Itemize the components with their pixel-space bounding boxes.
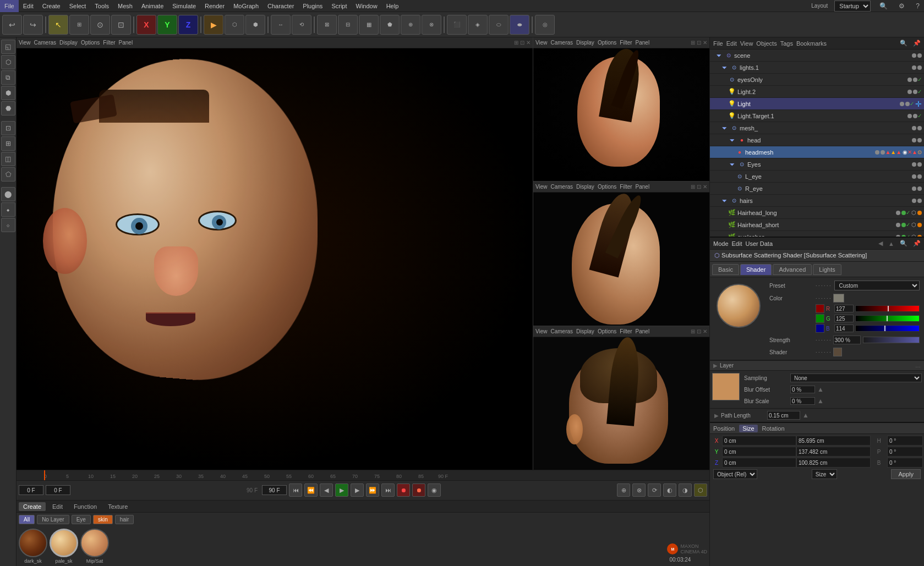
br-vp-filter[interactable]: Filter <box>620 328 632 334</box>
hairs-dot1[interactable] <box>912 199 916 203</box>
tab-basic[interactable]: Basic <box>712 264 739 275</box>
left-btn-1[interactable]: ◱ <box>1 40 15 54</box>
filter-skin[interactable]: skin <box>93 515 113 524</box>
attr-user-data[interactable]: User Data <box>746 240 773 247</box>
view-btn1[interactable]: ⬛ <box>447 15 467 35</box>
strength-input[interactable] <box>833 336 861 344</box>
material-preview-dark[interactable] <box>19 529 47 557</box>
menu-help[interactable]: Help <box>382 0 403 12</box>
tr-vp-view[interactable]: View <box>535 40 548 46</box>
render-button[interactable]: ▶ <box>204 15 223 35</box>
mid-right-viewport[interactable] <box>533 193 709 325</box>
material-item-dark[interactable]: dark_sk <box>19 529 47 564</box>
leye-dot2[interactable] <box>917 174 922 179</box>
material-preview-pale[interactable] <box>50 529 78 557</box>
tab-lights[interactable]: Lights <box>813 264 841 275</box>
obj-reye[interactable]: ⊙ R_eye <box>710 183 924 195</box>
obj-menu-bookmarks[interactable]: Bookmarks <box>796 40 827 47</box>
menu-mesh[interactable]: Mesh <box>113 0 137 12</box>
menu-select[interactable]: Select <box>65 0 91 12</box>
vp-filter[interactable]: Filter <box>103 40 115 46</box>
play-button[interactable]: ▶ <box>335 483 348 497</box>
psr-y-size-input[interactable] <box>796 447 871 457</box>
mr-vp-options[interactable]: Options <box>598 184 616 190</box>
start-frame-input[interactable] <box>19 485 43 495</box>
obj-mesh[interactable]: ⏷ ⊙ mesh_ <box>710 122 924 134</box>
br-vp-cameras[interactable]: Cameras <box>551 328 573 334</box>
light2-dot1[interactable] <box>907 90 912 94</box>
render-region-button[interactable]: ⬡ <box>225 15 244 35</box>
strength-bar[interactable] <box>863 337 920 343</box>
left-btn-5[interactable]: ⬣ <box>1 101 15 116</box>
br-vp-panel[interactable]: Panel <box>636 328 650 334</box>
menu-edit[interactable]: Edit <box>19 0 38 12</box>
size-mode-select[interactable]: Size <box>812 469 837 479</box>
left-btn-3[interactable]: ⧉ <box>1 70 15 85</box>
scale-button[interactable]: ⊡ <box>111 15 131 35</box>
main-viewport[interactable] <box>17 48 533 470</box>
br-vp-options[interactable]: Options <box>598 328 616 334</box>
obj-pin[interactable]: 📌 <box>913 40 921 47</box>
vp-view[interactable]: View <box>19 40 31 46</box>
obj6-button[interactable]: ⊗ <box>422 15 441 35</box>
next-frame-button[interactable]: ⏩ <box>366 483 379 497</box>
record-button[interactable]: ⏺ <box>397 483 410 497</box>
misc-btn1[interactable]: ◎ <box>535 15 555 35</box>
help-icon-top[interactable]: ? <box>911 0 924 12</box>
headmesh-dot1[interactable] <box>875 150 879 155</box>
left-btn-6[interactable]: ⊡ <box>1 121 15 135</box>
psr-x-input[interactable] <box>722 436 796 446</box>
light-dot1[interactable] <box>900 102 904 106</box>
obj-light-target1[interactable]: 💡 Light.Target.1 ✓ <box>710 110 924 122</box>
vp-panel[interactable]: Panel <box>119 40 133 46</box>
obj3-button[interactable]: ▦ <box>359 15 379 35</box>
psr-z-size-input[interactable] <box>796 458 871 468</box>
psr-z-b-input[interactable] <box>887 458 923 468</box>
current-frame-input[interactable] <box>46 485 70 495</box>
filter-no-layer[interactable]: No Layer <box>37 515 69 524</box>
timeline-ruler[interactable]: 0 5 10 15 20 25 30 35 40 45 50 <box>17 470 709 480</box>
eyes-dot1[interactable] <box>912 162 916 167</box>
lighttarget1-dot1[interactable] <box>907 114 912 118</box>
obj-menu-view[interactable]: View <box>740 40 753 47</box>
menu-tools[interactable]: Tools <box>90 0 113 12</box>
scene-dot2[interactable] <box>917 53 922 58</box>
select-button[interactable]: ⊞ <box>69 15 89 35</box>
coord-mode-select[interactable]: Object (Rel) <box>713 469 757 479</box>
obj-hairhead-short[interactable]: 🌿 Hairhead_short ✓ ⬡ <box>710 219 924 231</box>
hairlong-dot1[interactable] <box>896 211 900 215</box>
tr-vp-cameras[interactable]: Cameras <box>551 40 573 46</box>
menu-mograph[interactable]: MoGraph <box>229 0 263 12</box>
menu-animate[interactable]: Animate <box>137 0 168 12</box>
view-btn2[interactable]: ◈ <box>468 15 488 35</box>
menu-plugins[interactable]: Plugins <box>298 0 327 12</box>
obj-search[interactable]: 🔍 <box>900 40 907 47</box>
shader-sphere-preview[interactable] <box>717 284 761 328</box>
z-axis-button[interactable]: Z <box>178 15 198 35</box>
attr-pin-icon[interactable]: 📌 <box>913 240 921 247</box>
mesh-dot1[interactable] <box>912 126 916 130</box>
layer-expand-icon[interactable]: ▶ <box>713 362 718 369</box>
psr-y-p-input[interactable] <box>887 447 923 457</box>
filter-hair[interactable]: hair <box>115 515 134 524</box>
menu-simulate[interactable]: Simulate <box>168 0 200 12</box>
reye-dot2[interactable] <box>917 186 922 191</box>
filter-eye[interactable]: Eye <box>72 515 91 524</box>
left-btn-2[interactable]: ⬡ <box>1 55 15 69</box>
tab-create[interactable]: Create <box>19 502 46 511</box>
eyesonly-dot1[interactable] <box>907 78 912 82</box>
material-preview-mip[interactable] <box>80 529 109 557</box>
obj-eyes[interactable]: ⏷ ⊙ Eyes <box>710 158 924 171</box>
mr-vp-display[interactable]: Display <box>576 184 594 190</box>
skip-end-button[interactable]: ⏭ <box>381 483 395 497</box>
redo-button[interactable]: ↪ <box>23 15 43 35</box>
material-item-pale[interactable]: pale_sk <box>50 529 78 564</box>
search-icon[interactable]: 🔍 <box>875 0 892 12</box>
r-bar-container[interactable] <box>855 305 920 312</box>
obj-eyelashes[interactable]: 🌿 eyelashes ✓ ⬡ <box>710 231 924 237</box>
color-r-indicator[interactable] <box>816 304 824 313</box>
move-button[interactable]: ↖ <box>48 15 68 35</box>
next-key-button[interactable]: ▶ <box>351 483 364 497</box>
tab-edit[interactable]: Edit <box>48 502 67 511</box>
menu-window[interactable]: Window <box>352 0 382 12</box>
